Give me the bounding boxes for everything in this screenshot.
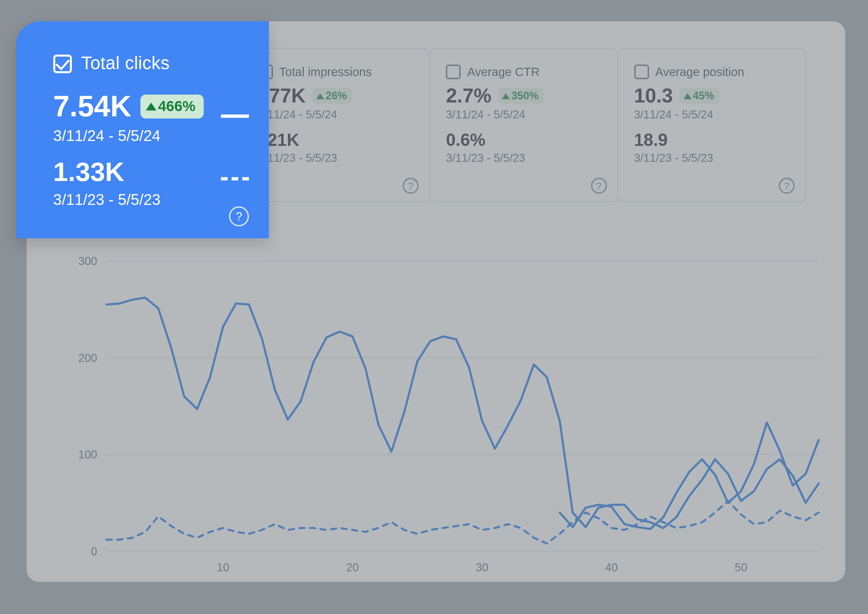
chart-y-axis: 0100200300 bbox=[79, 255, 97, 558]
legend-solid-line-icon bbox=[221, 115, 249, 118]
metric-prev-value: 221K bbox=[258, 130, 414, 150]
metric-label: Total clicks bbox=[81, 53, 170, 74]
svg-text:40: 40 bbox=[605, 561, 618, 574]
metric-prev-period: 3/11/23 - 5/5/23 bbox=[53, 191, 242, 209]
metric-delta: 466% bbox=[141, 95, 203, 118]
checkbox-checked-icon[interactable] bbox=[53, 54, 72, 73]
metric-prev-value: 18.9 bbox=[634, 130, 789, 150]
series-current-alt bbox=[560, 423, 819, 529]
svg-text:0: 0 bbox=[91, 545, 97, 558]
svg-text:50: 50 bbox=[735, 561, 747, 574]
svg-text:20: 20 bbox=[346, 561, 359, 574]
help-icon[interactable]: ? bbox=[779, 178, 795, 194]
metric-label: Average position bbox=[655, 65, 744, 79]
metric-prev-value: 1.33K bbox=[53, 157, 242, 187]
metric-delta: 350% bbox=[498, 88, 544, 104]
metric-prev-period: 3/11/23 - 5/5/23 bbox=[446, 152, 601, 165]
svg-text:100: 100 bbox=[79, 448, 97, 461]
metric-period: 3/11/24 - 5/5/24 bbox=[446, 109, 601, 121]
chart-x-axis: 1020304050 bbox=[217, 561, 747, 574]
metric-delta: 45% bbox=[679, 88, 719, 104]
series-previous bbox=[107, 501, 819, 544]
svg-text:300: 300 bbox=[79, 255, 97, 267]
metric-label: Total impressions bbox=[279, 65, 372, 79]
svg-text:30: 30 bbox=[476, 561, 488, 574]
checkbox-icon[interactable] bbox=[634, 65, 649, 79]
metric-delta: 26% bbox=[312, 88, 352, 104]
svg-text:10: 10 bbox=[217, 561, 229, 574]
legend-dashed-line-icon bbox=[221, 177, 249, 181]
chart-gridlines bbox=[107, 261, 819, 551]
metric-card-position[interactable]: Average position 10.3 45% 3/11/24 - 5/5/… bbox=[617, 48, 806, 203]
metric-prev-period: 3/11/23 - 5/5/23 bbox=[634, 152, 789, 165]
svg-text:200: 200 bbox=[79, 352, 97, 364]
checkbox-icon[interactable] bbox=[446, 65, 460, 79]
metric-value: 10.3 bbox=[634, 84, 673, 107]
metric-prev-period: 3/11/23 - 5/5/23 bbox=[258, 152, 414, 165]
metric-value: 7.54K bbox=[53, 90, 131, 123]
metric-prev-value: 0.6% bbox=[446, 130, 601, 150]
help-icon[interactable]: ? bbox=[403, 178, 419, 194]
metric-label: Average CTR bbox=[467, 65, 539, 79]
metric-period: 3/11/24 - 5/5/24 bbox=[258, 109, 414, 121]
metric-card-ctr[interactable]: Average CTR 2.7% 350% 3/11/24 - 5/5/24 0… bbox=[429, 48, 618, 203]
help-icon[interactable]: ? bbox=[229, 206, 249, 226]
metric-value: 2.7% bbox=[446, 84, 491, 107]
metric-card-impressions[interactable]: Total impressions 277K 26% 3/11/24 - 5/5… bbox=[241, 48, 430, 203]
metric-period: 3/11/24 - 5/5/24 bbox=[53, 127, 242, 145]
clicks-line-chart: 0100200300 1020304050 bbox=[67, 254, 825, 580]
help-icon[interactable]: ? bbox=[591, 178, 606, 194]
metric-card-clicks-highlight[interactable]: Total clicks 7.54K 466% 3/11/24 - 5/5/24… bbox=[16, 21, 269, 238]
series-current bbox=[107, 298, 819, 528]
metric-period: 3/11/24 - 5/5/24 bbox=[634, 109, 789, 121]
